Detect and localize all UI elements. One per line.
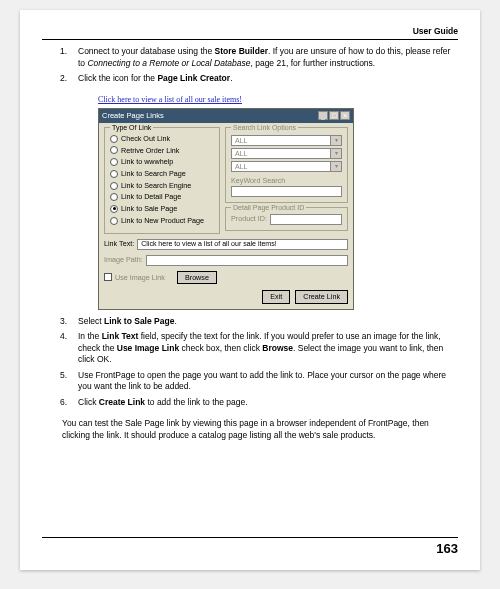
radio-wwwhelp[interactable]: Link to wwwhelp — [110, 157, 214, 167]
radio-label: Link to wwwhelp — [121, 157, 173, 167]
radio-label: Link to New Product Page — [121, 216, 204, 226]
dialog-body: Type Of Link Check Out Link Retrive Orde… — [99, 123, 353, 309]
text: . — [230, 73, 232, 83]
browse-button[interactable]: Browse — [177, 271, 217, 285]
radio-label: Link to Search Page — [121, 169, 186, 179]
group-detail-product: Detail Page Product ID Product ID: — [225, 207, 348, 231]
radio-label: Retrive Order Link — [121, 146, 179, 156]
group-search-options: Search Link Options ALL▾ ALL▾ ALL▾ KeyWo… — [225, 127, 348, 203]
radio-label: Link to Detail Page — [121, 192, 181, 202]
radio-label: Check Out Link — [121, 134, 170, 144]
sample-link: Click here to view a list of all our sal… — [98, 95, 458, 106]
radio-search-page[interactable]: Link to Search Page — [110, 169, 214, 179]
dd-value: ALL — [235, 162, 247, 171]
step-number: 2. — [60, 73, 67, 84]
use-image-label: Use Image Link — [115, 273, 165, 283]
step-5: 5. Use FrontPage to open the page you wa… — [78, 370, 458, 393]
text: Use FrontPage to open the page you want … — [78, 370, 446, 391]
close-icon[interactable]: × — [340, 111, 350, 120]
step-number: 6. — [60, 397, 67, 408]
dropdown-1[interactable]: ALL▾ — [231, 135, 342, 146]
dialog-titlebar: Create Page Links _ □ × — [99, 109, 353, 123]
text: Select — [78, 316, 104, 326]
dd-value: ALL — [235, 136, 247, 145]
text: Click the icon for the — [78, 73, 157, 83]
step-number: 1. — [60, 46, 67, 57]
step-3: 3. Select Link to Sale Page. — [78, 316, 458, 327]
term-page-link-creator: Page Link Creator — [157, 73, 230, 83]
closing-paragraph: You can test the Sale Page link by viewi… — [42, 418, 458, 441]
create-page-links-dialog: Create Page Links _ □ × Type Of Link Che… — [98, 108, 354, 310]
maximize-icon[interactable]: □ — [329, 111, 339, 120]
term-store-builder: Store Builder — [215, 46, 268, 56]
term-link-sale-page: Link to Sale Page — [104, 316, 174, 326]
term-browse: Browse — [262, 343, 293, 353]
use-image-checkbox[interactable] — [104, 273, 112, 281]
chevron-down-icon: ▾ — [330, 149, 341, 158]
radio-search-engine[interactable]: Link to Search Engine — [110, 181, 214, 191]
exit-button[interactable]: Exit — [262, 290, 290, 304]
text: Click — [78, 397, 99, 407]
page-header: User Guide — [42, 26, 458, 40]
chevron-down-icon: ▾ — [330, 136, 341, 145]
product-id-label: Product ID: — [231, 214, 267, 224]
step-6: 6. Click Create Link to add the link to … — [78, 397, 458, 408]
group-title: Detail Page Product ID — [231, 203, 306, 212]
steps-list-cont: 3. Select Link to Sale Page. 4. In the L… — [42, 316, 458, 412]
window-controls: _ □ × — [318, 111, 350, 120]
step-number: 4. — [60, 331, 67, 342]
group-type-of-link: Type Of Link Check Out Link Retrive Orde… — [104, 127, 220, 234]
create-link-button[interactable]: Create Link — [295, 290, 348, 304]
image-path-label: Image Path: — [104, 255, 143, 265]
text: to add the link to the page. — [145, 397, 248, 407]
link-text-field: Link Text: Click here to view a list of … — [104, 239, 348, 250]
group-title: Search Link Options — [231, 123, 298, 132]
text: Connect to your database using the — [78, 46, 215, 56]
radio-detail-page[interactable]: Link to Detail Page — [110, 192, 214, 202]
term-link-text: Link Text — [102, 331, 139, 341]
text: . — [174, 316, 176, 326]
page-footer: 163 — [42, 537, 458, 558]
page: User Guide 1. Connect to your database u… — [20, 10, 480, 570]
step-2: 2. Click the icon for the Page Link Crea… — [78, 73, 458, 84]
radio-new-product[interactable]: Link to New Product Page — [110, 216, 214, 226]
link-text-input[interactable]: Click here to view a list of all our sal… — [137, 239, 348, 250]
image-path-field: Image Path: — [104, 255, 348, 266]
link-text-label: Link Text: — [104, 239, 134, 249]
step-4: 4. In the Link Text field, specify the t… — [78, 331, 458, 365]
dd-value: ALL — [235, 149, 247, 158]
radio-label: Link to Sale Page — [121, 204, 177, 214]
step-number: 3. — [60, 316, 67, 327]
minimize-icon[interactable]: _ — [318, 111, 328, 120]
text: , page 21, for further instructions. — [250, 58, 375, 68]
step-number: 5. — [60, 370, 67, 381]
image-path-input[interactable] — [146, 255, 348, 266]
radio-retrieve-order[interactable]: Retrive Order Link — [110, 146, 214, 156]
term-create-link: Create Link — [99, 397, 145, 407]
radio-checkout[interactable]: Check Out Link — [110, 134, 214, 144]
product-id-input[interactable] — [270, 214, 342, 225]
group-title: Type Of Link — [110, 123, 153, 132]
steps-list: 1. Connect to your database using the St… — [42, 46, 458, 88]
radio-label: Link to Search Engine — [121, 181, 191, 191]
text: check box, then click — [179, 343, 262, 353]
dropdown-3[interactable]: ALL▾ — [231, 161, 342, 172]
step-1: 1. Connect to your database using the St… — [78, 46, 458, 69]
keyword-label: KeyWord Search — [231, 176, 342, 186]
term-use-image-link: Use Image Link — [117, 343, 179, 353]
ref-title: Connecting to a Remote or Local Database — [87, 58, 250, 68]
chevron-down-icon: ▾ — [330, 162, 341, 171]
dialog-title: Create Page Links — [102, 111, 164, 121]
text: In the — [78, 331, 102, 341]
keyword-input[interactable] — [231, 186, 342, 197]
radio-sale-page[interactable]: Link to Sale Page — [110, 204, 214, 214]
dropdown-2[interactable]: ALL▾ — [231, 148, 342, 159]
